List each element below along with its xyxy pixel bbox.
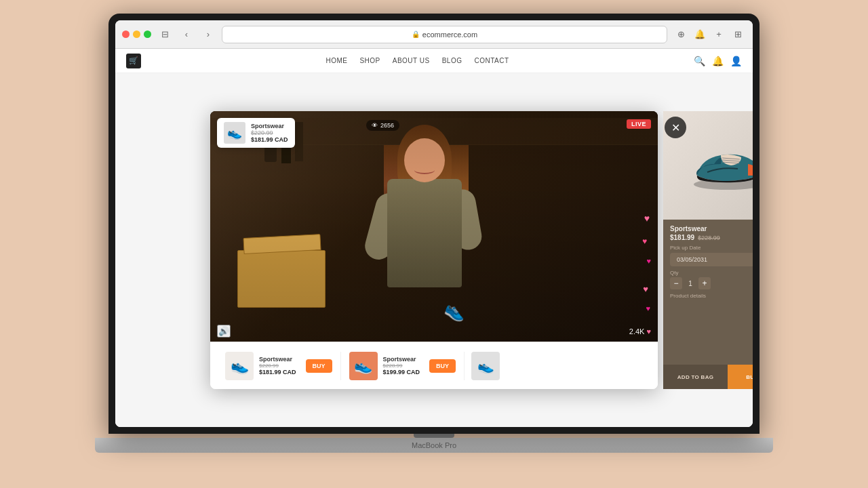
screen-content: ⊟ ‹ › 🔒 ecommerce.com ⊕ 🔔 + ⊞: [115, 20, 753, 427]
qty-label: Qty: [670, 270, 753, 276]
tag-shoe-image: 👟: [224, 122, 245, 144]
macbook-label: MacBook Pro: [412, 441, 456, 449]
nav-blog[interactable]: BLOG: [442, 57, 462, 64]
like-count-text: 2.4K: [629, 327, 645, 336]
video-area: 👟: [210, 111, 658, 342]
product-item-2: 👟 Sportswear $228.99 $199.99 CAD BUY: [341, 352, 465, 380]
heart-4: ♥: [643, 284, 648, 294]
products-strip: 👟 Sportswear $220.99 $181.99 CAD BUY: [210, 342, 658, 389]
woman-figure: 👟: [330, 125, 519, 328]
body: [387, 179, 462, 287]
qty-value: 1: [685, 280, 696, 287]
site-logo: 🛒: [126, 54, 141, 68]
shoe-svg: [687, 138, 753, 192]
browser-actions: ⊕ 🔔 + ⊞: [673, 26, 746, 43]
box-flap: [243, 234, 321, 254]
heart-5: ♥: [646, 304, 650, 312]
viewer-count: 👁 2656: [366, 120, 399, 131]
nav-shop[interactable]: SHOP: [359, 57, 380, 64]
product-1-price: $181.99 CAD: [259, 369, 296, 375]
product-2-brand: Sportswear: [383, 356, 420, 363]
panel-brand: Sportswear: [670, 225, 753, 232]
forward-button[interactable]: ›: [200, 26, 216, 43]
notifications-button[interactable]: 🔔: [692, 26, 708, 43]
sidebar-toggle-button[interactable]: ⊟: [157, 26, 173, 43]
site-navigation: 🛒 HOME SHOP ABOUT US BLOG CONTACT 🔍 🔔 👤: [115, 49, 753, 73]
qty-increase-button[interactable]: +: [698, 277, 711, 289]
maximize-traffic-light[interactable]: [144, 30, 151, 38]
main-content: ✕: [115, 73, 753, 427]
tag-new-price: $181.99 CAD: [251, 136, 288, 143]
like-count: 2.4K ♥: [629, 327, 651, 336]
product-2-info: Sportswear $228.99 $199.99 CAD: [383, 356, 420, 375]
nav-about[interactable]: ABOUT US: [393, 57, 430, 64]
screen-inner: ⊟ ‹ › 🔒 ecommerce.com ⊕ 🔔 + ⊞: [115, 20, 753, 427]
panel-actions: ADD TO BAG BUY NOW: [663, 365, 753, 389]
video-controls: 🔊 2.4K ♥: [217, 325, 651, 338]
heart-icon: ♥: [646, 327, 651, 336]
panel-old-price: $228.99: [698, 235, 720, 241]
live-stream-panel: 👟: [210, 111, 658, 389]
product-1-brand: Sportswear: [259, 356, 296, 363]
nav-links: HOME SHOP ABOUT US BLOG CONTACT: [157, 57, 677, 64]
panel-price: $181.99: [670, 234, 694, 241]
right-panel: ✓: [663, 111, 753, 389]
volume-button[interactable]: 🔊: [217, 325, 231, 338]
panel-body: Sportswear $181.99 $228.99 Pick up Date …: [663, 220, 753, 365]
heart-3: ♥: [646, 257, 651, 265]
eye-icon: 👁: [372, 122, 378, 129]
address-bar[interactable]: 🔒 ecommerce.com: [222, 26, 667, 43]
live-badge: LIVE: [627, 119, 651, 129]
pickup-label: Pick up Date: [670, 245, 753, 251]
product-details-link[interactable]: Product details: [670, 293, 753, 299]
search-icon[interactable]: 🔍: [694, 56, 705, 66]
browser-chrome: ⊟ ‹ › 🔒 ecommerce.com ⊕ 🔔 + ⊞: [115, 20, 753, 49]
pickup-date-select[interactable]: 03/05/2031: [670, 253, 753, 266]
live-stream-modal: ✕: [210, 111, 658, 389]
minimize-traffic-light[interactable]: [133, 30, 140, 38]
extensions-button[interactable]: ⊕: [673, 26, 689, 43]
nav-home[interactable]: HOME: [326, 57, 347, 64]
content-area: ✕: [115, 73, 753, 427]
back-button[interactable]: ‹: [178, 26, 195, 43]
product-tag-overlay[interactable]: 👟 Sportswear $220.99 $181.99 CAD: [217, 118, 295, 148]
cardboard-box: [237, 250, 326, 308]
product-1-image: 👟: [225, 352, 254, 380]
product-2-price: $199.99 CAD: [383, 369, 420, 375]
notifications-icon[interactable]: 🔔: [712, 56, 724, 66]
tag-info: Sportswear $220.99 $181.99 CAD: [251, 123, 288, 143]
tag-old-price: $220.99: [251, 129, 288, 136]
nav-contact[interactable]: CONTACT: [474, 57, 509, 64]
lock-icon: 🔒: [412, 30, 420, 38]
close-traffic-light[interactable]: [122, 30, 130, 38]
nav-icons: 🔍 🔔 👤: [694, 56, 742, 66]
product-1-buy-button[interactable]: BUY: [306, 359, 332, 373]
face: [404, 138, 445, 182]
product-2-buy-button[interactable]: BUY: [429, 359, 456, 373]
close-modal-button[interactable]: ✕: [665, 117, 686, 138]
traffic-lights: [122, 30, 151, 38]
product-item-3: 👟: [465, 352, 507, 380]
macbook-base: MacBook Pro: [95, 438, 773, 453]
user-icon[interactable]: 👤: [730, 56, 742, 66]
product-2-image: 👟: [349, 352, 378, 380]
heart-1: ♥: [644, 213, 650, 224]
product-2-old-price: $228.99: [383, 363, 420, 369]
add-to-bag-button[interactable]: ADD TO BAG: [663, 365, 728, 389]
tag-brand: Sportswear: [251, 123, 288, 129]
tabs-button[interactable]: ⊞: [730, 26, 746, 43]
buy-now-button[interactable]: BUY NOW: [728, 365, 753, 389]
product-1-info: Sportswear $220.99 $181.99 CAD: [259, 356, 296, 375]
canister-3: [295, 122, 303, 161]
product-1-old-price: $220.99: [259, 363, 296, 369]
screen-bezel: ⊟ ‹ › 🔒 ecommerce.com ⊕ 🔔 + ⊞: [108, 14, 760, 434]
url-text: ecommerce.com: [422, 30, 477, 39]
video-frame: 👟: [210, 111, 658, 342]
shoe-in-hand-icon: 👟: [442, 297, 470, 324]
qty-row: − 1 +: [670, 277, 753, 289]
smile: [414, 166, 435, 174]
qty-decrease-button[interactable]: −: [670, 277, 682, 289]
viewer-count-text: 2656: [380, 122, 394, 129]
product-3-image: 👟: [471, 352, 500, 380]
new-tab-button[interactable]: +: [711, 26, 727, 43]
